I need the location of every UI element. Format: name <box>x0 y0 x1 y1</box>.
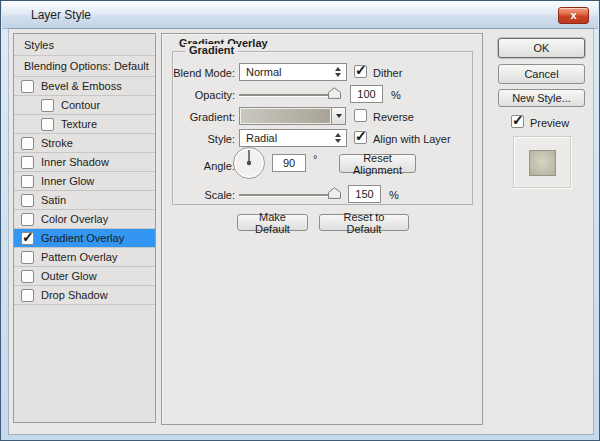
style-dropdown[interactable]: Radial <box>239 129 347 147</box>
dither-checkbox[interactable] <box>354 65 367 78</box>
make-default-button[interactable]: Make Default <box>237 214 308 231</box>
gradient-swatch[interactable] <box>239 107 332 125</box>
blend-mode-dropdown[interactable]: Normal <box>239 63 347 81</box>
sidebar-item-color-overlay[interactable]: Color Overlay <box>14 210 155 229</box>
stepper-icon <box>331 133 346 143</box>
sidebar-item-blending-options[interactable]: Blending Options: Default <box>14 56 155 77</box>
gradient-picker-button[interactable] <box>331 107 346 125</box>
reverse-label: Reverse <box>373 111 414 123</box>
close-button[interactable]: x <box>558 7 589 24</box>
gradient-overlay-panel: Gradient Overlay Gradient Blend Mode: No… <box>161 33 483 425</box>
blend-mode-label: Blend Mode: <box>162 67 235 79</box>
sidebar-item-outer-glow[interactable]: Outer Glow <box>14 267 155 286</box>
scale-input[interactable] <box>348 185 381 203</box>
preview-checkbox[interactable] <box>511 115 524 128</box>
angle-input[interactable] <box>272 154 306 172</box>
sidebar-item-gradient-overlay[interactable]: Gradient Overlay <box>14 229 155 248</box>
checkbox-outer-glow[interactable] <box>21 270 34 283</box>
opacity-input[interactable] <box>350 85 383 103</box>
angle-dial[interactable] <box>232 146 266 180</box>
checkbox-satin[interactable] <box>21 194 34 207</box>
new-style-button[interactable]: New Style... <box>498 89 585 107</box>
checkbox-bevel-emboss[interactable] <box>21 80 34 93</box>
reset-alignment-button[interactable]: Reset Alignment <box>339 154 416 173</box>
checkbox-stroke[interactable] <box>21 137 34 150</box>
opacity-slider-track[interactable] <box>239 94 339 96</box>
preview-well <box>513 136 571 188</box>
group-label: Gradient <box>185 44 238 56</box>
gradient-preview-thumbnail <box>529 150 556 176</box>
reverse-checkbox[interactable] <box>354 109 367 122</box>
checkbox-gradient-overlay[interactable] <box>21 232 34 245</box>
angle-label: Angle: <box>162 160 235 172</box>
dither-label: Dither <box>373 67 402 79</box>
gradient-label: Gradient: <box>162 111 235 123</box>
sidebar-item-drop-shadow[interactable]: Drop Shadow <box>14 286 155 305</box>
checkbox-color-overlay[interactable] <box>21 213 34 226</box>
chevron-down-icon <box>336 114 342 118</box>
align-with-layer-label: Align with Layer <box>373 133 451 145</box>
checkbox-inner-shadow[interactable] <box>21 156 34 169</box>
reset-to-default-button[interactable]: Reset to Default <box>319 214 409 231</box>
checkbox-contour[interactable] <box>41 99 54 112</box>
checkbox-inner-glow[interactable] <box>21 175 34 188</box>
scale-slider-track[interactable] <box>239 194 339 196</box>
sidebar-item-inner-glow[interactable]: Inner Glow <box>14 172 155 191</box>
sidebar-item-texture[interactable]: Texture <box>14 115 155 134</box>
close-icon: x <box>570 9 576 21</box>
scale-unit: % <box>389 189 399 201</box>
window-title: Layer Style <box>31 8 91 22</box>
scale-slider-thumb[interactable] <box>328 187 341 199</box>
styles-sidebar: Styles Blending Options: Default Bevel &… <box>13 33 156 423</box>
style-label: Style: <box>162 133 235 145</box>
sidebar-item-satin[interactable]: Satin <box>14 191 155 210</box>
sidebar-item-pattern-overlay[interactable]: Pattern Overlay <box>14 248 155 267</box>
opacity-slider-thumb[interactable] <box>328 87 341 99</box>
align-with-layer-checkbox[interactable] <box>354 131 367 144</box>
sidebar-item-contour[interactable]: Contour <box>14 96 155 115</box>
sidebar-item-inner-shadow[interactable]: Inner Shadow <box>14 153 155 172</box>
sidebar-header-styles: Styles <box>14 34 155 56</box>
checkbox-pattern-overlay[interactable] <box>21 251 34 264</box>
ok-button[interactable]: OK <box>498 38 585 58</box>
checkbox-drop-shadow[interactable] <box>21 289 34 302</box>
checkbox-texture[interactable] <box>41 118 54 131</box>
angle-unit: ° <box>313 153 317 165</box>
opacity-unit: % <box>391 89 401 101</box>
sidebar-item-bevel-emboss[interactable]: Bevel & Emboss <box>14 77 155 96</box>
scale-label: Scale: <box>162 189 235 201</box>
stepper-icon <box>331 67 346 77</box>
titlebar[interactable]: Layer Style x <box>2 1 598 29</box>
preview-label: Preview <box>530 117 569 129</box>
sidebar-item-stroke[interactable]: Stroke <box>14 134 155 153</box>
layer-style-dialog: Layer Style x Styles Blending Options: D… <box>0 0 600 441</box>
cancel-button[interactable]: Cancel <box>498 64 585 84</box>
opacity-label: Opacity: <box>162 89 235 101</box>
